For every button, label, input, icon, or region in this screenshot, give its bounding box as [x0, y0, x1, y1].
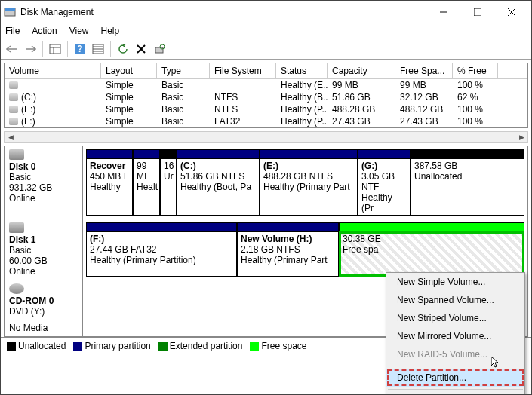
disk1-partition-f[interactable]: (F:)27.44 GB FAT32Healthy (Primary Parti… [86, 231, 237, 277]
ctx-help[interactable]: Help [386, 392, 524, 395]
cursor-icon [491, 357, 503, 369]
disk-icon [9, 149, 24, 160]
maximize-button[interactable] [460, 1, 494, 23]
svg-rect-1 [5, 8, 15, 11]
col-status[interactable]: Status [276, 63, 328, 78]
legend-swatch-extended [158, 342, 168, 351]
help-button[interactable]: ? [72, 41, 88, 57]
rescan-button[interactable] [151, 41, 168, 57]
back-button[interactable] [4, 41, 20, 57]
disk1-info[interactable]: Disk 1 Basic 60.00 GB Online [5, 219, 83, 280]
table-row[interactable]: (F:) Simple Basic FAT32 Healthy (P... 27… [5, 115, 527, 127]
col-volume[interactable]: Volume [5, 63, 101, 78]
app-icon [4, 6, 16, 18]
cdrom-icon [9, 283, 24, 294]
delete-button[interactable] [133, 41, 149, 57]
disk1-free-space-selected[interactable]: 30.38 GEFree spa [339, 231, 524, 277]
cdrom-info[interactable]: CD-ROM 0 DVD (Y:) No Media [5, 280, 83, 336]
col-layout[interactable]: Layout [101, 63, 157, 78]
ctx-new-simple-volume[interactable]: New Simple Volume... [386, 273, 524, 291]
menu-view[interactable]: View [69, 26, 89, 36]
disk0-partition-recovery[interactable]: Recover450 MB IHealthy [86, 158, 133, 216]
disk0-partition-reserved[interactable]: 16Ur [160, 158, 177, 216]
table-body: Simple Basic Healthy (E... 99 MB 99 MB 1… [5, 79, 527, 127]
col-free[interactable]: Free Spa... [395, 63, 453, 78]
col-filesystem[interactable]: File System [210, 63, 276, 78]
col-type[interactable]: Type [157, 63, 210, 78]
disk-icon [9, 222, 24, 233]
ctx-new-striped-volume[interactable]: New Striped Volume... [386, 309, 524, 327]
disk0-partition-e[interactable]: (E:)488.28 GB NTFSHealthy (Primary Part [260, 158, 358, 216]
volume-table: Volume Layout Type File System Status Ca… [4, 63, 528, 128]
window-title: Disk Management [20, 7, 426, 17]
drive-icon [9, 118, 18, 125]
svg-rect-17 [155, 47, 163, 53]
disk-row-0: Disk 0 Basic 931.32 GB Online Recover450… [5, 146, 527, 219]
forward-button[interactable] [22, 41, 38, 57]
horizontal-scrollbar[interactable]: ◀ ▶ [4, 131, 528, 143]
svg-rect-3 [474, 8, 481, 16]
drive-icon [9, 93, 18, 101]
toolbar: ? [1, 38, 531, 60]
disk1-partition-h[interactable]: New Volume (H:)2.18 GB NTFSHealthy (Prim… [237, 231, 339, 277]
context-menu: New Simple Volume... New Spanned Volume.… [386, 272, 525, 395]
legend-swatch-unallocated [7, 342, 16, 351]
close-button[interactable] [494, 1, 528, 23]
table-row[interactable]: (E:) Simple Basic NTFS Healthy (P... 488… [5, 103, 527, 115]
show-hide-tree-button[interactable] [47, 41, 63, 57]
menu-separator [388, 389, 523, 390]
table-row[interactable]: Simple Basic Healthy (E... 99 MB 99 MB 1… [5, 79, 527, 91]
disk0-partition-c[interactable]: (C:)51.86 GB NTFSHealthy (Boot, Pa [177, 158, 260, 216]
titlebar: Disk Management [1, 1, 531, 23]
disk0-unallocated[interactable]: 387.58 GBUnallocated [411, 158, 524, 216]
legend-swatch-free [250, 342, 259, 351]
disk0-info[interactable]: Disk 0 Basic 931.32 GB Online [5, 146, 83, 219]
disk0-partition-efi[interactable]: 99 MIHealt [133, 158, 160, 216]
settings-button[interactable] [90, 41, 106, 57]
table-header: Volume Layout Type File System Status Ca… [5, 63, 527, 79]
legend-swatch-primary [73, 342, 82, 351]
drive-icon [9, 106, 18, 113]
refresh-button[interactable] [115, 41, 131, 57]
table-row[interactable]: (C:) Simple Basic NTFS Healthy (B... 51.… [5, 91, 527, 103]
drive-icon [9, 81, 18, 89]
ctx-new-spanned-volume[interactable]: New Spanned Volume... [386, 291, 524, 309]
col-pctfree[interactable]: % Free [453, 63, 498, 78]
svg-rect-6 [50, 44, 60, 54]
ctx-new-raid5-volume: New RAID-5 Volume... [386, 345, 524, 363]
menu-file[interactable]: File [5, 26, 20, 36]
disk-row-1: Disk 1 Basic 60.00 GB Online (F:)27.44 G… [5, 219, 527, 280]
menu-action[interactable]: Action [32, 26, 57, 36]
disk0-partition-g[interactable]: (G:)3.05 GB NTFHealthy (Pr [358, 158, 411, 216]
scroll-right-icon[interactable]: ▶ [515, 132, 527, 142]
ctx-new-mirrored-volume[interactable]: New Mirrored Volume... [386, 327, 524, 345]
menubar: File Action View Help [1, 23, 531, 38]
ctx-delete-partition[interactable]: Delete Partition... [386, 369, 524, 387]
minimize-button[interactable] [426, 1, 460, 23]
menu-help[interactable]: Help [101, 26, 120, 36]
svg-text:?: ? [77, 44, 82, 54]
col-capacity[interactable]: Capacity [328, 63, 395, 78]
scroll-left-icon[interactable]: ◀ [5, 132, 17, 142]
